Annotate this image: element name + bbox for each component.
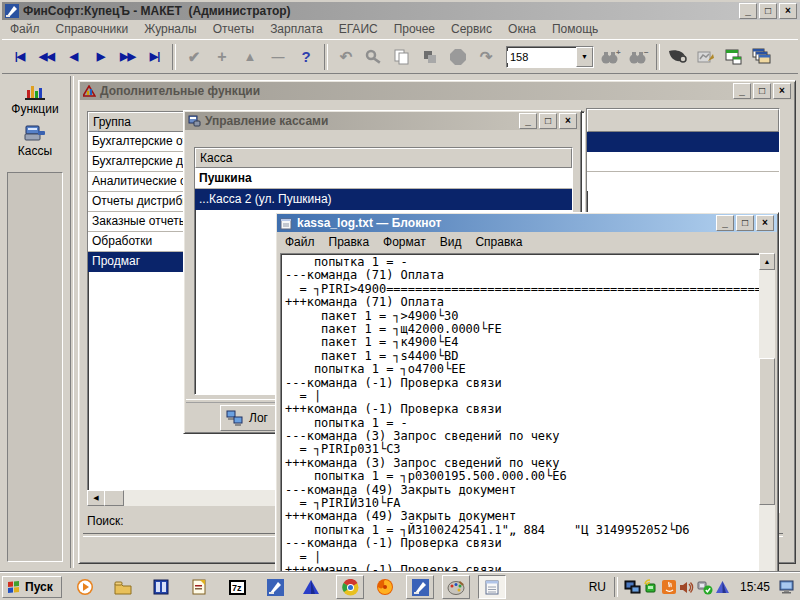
copy-button[interactable] <box>388 43 416 71</box>
functions-window-title-bar[interactable]: Дополнительные функции _ □ × <box>80 82 794 100</box>
menu-journals[interactable]: Журналы <box>136 20 204 38</box>
task-notepad-active[interactable] <box>478 575 506 599</box>
right-list-row[interactable] <box>587 152 779 172</box>
cascade-windows-button[interactable] <box>748 43 776 71</box>
sidebar-item-kassy[interactable]: Кассы <box>2 116 68 158</box>
edit-button[interactable]: ▲ <box>236 43 264 71</box>
report-button[interactable] <box>664 43 692 71</box>
show-desktop-icon[interactable] <box>778 578 796 596</box>
nav-first-button[interactable]: |◀ <box>6 43 33 71</box>
nav-last-button[interactable]: ▶| <box>141 43 168 71</box>
stop-button[interactable] <box>444 43 472 71</box>
close-button[interactable]: × <box>559 113 577 129</box>
minimize-button[interactable]: _ <box>739 3 757 19</box>
task-graphics-editor[interactable] <box>442 575 470 599</box>
quicklaunch-finsoft[interactable] <box>264 576 286 598</box>
notepad-vscrollbar[interactable]: ▲ <box>759 253 775 583</box>
nav-prev-page-button[interactable]: ◀◀ <box>33 43 60 71</box>
kassa-column-header[interactable]: Касса <box>195 148 572 168</box>
notepad-menu-format[interactable]: Формат <box>376 234 433 250</box>
key-button[interactable] <box>360 43 388 71</box>
menu-salary[interactable]: Зарплата <box>262 20 331 38</box>
restore-button[interactable]: □ <box>759 3 777 19</box>
system-tray: RU 15:45 <box>581 577 800 597</box>
kassa-row[interactable]: Пушкина <box>195 168 572 189</box>
record-number-value[interactable]: 158 <box>507 51 576 63</box>
quicklaunch-pyramid[interactable] <box>300 576 322 598</box>
quicklaunch-media-player[interactable] <box>74 576 96 598</box>
menu-other[interactable]: Прочее <box>386 20 443 38</box>
language-indicator[interactable]: RU <box>581 580 614 594</box>
new-window-button[interactable] <box>720 43 748 71</box>
tray-volume-icon[interactable] <box>678 578 696 596</box>
maximize-button[interactable]: □ <box>736 215 754 231</box>
quicklaunch-7zip[interactable]: 7z <box>226 576 248 598</box>
menu-directories[interactable]: Справочники <box>48 20 137 38</box>
vscroll-thumb[interactable] <box>759 358 775 505</box>
task-finsoft[interactable] <box>406 575 434 599</box>
kassa-row-selected[interactable]: ...Касса 2 (ул. Пушкина) <box>195 189 572 210</box>
notepad-menu-help[interactable]: Справка <box>468 234 529 250</box>
notepad-menu-edit[interactable]: Правка <box>322 234 377 250</box>
maximize-button[interactable]: □ <box>539 113 557 129</box>
tray-wireless-device-icon[interactable] <box>642 578 660 596</box>
sidebar-item-functions[interactable]: Функции <box>2 76 68 116</box>
hscroll-thumb[interactable] <box>104 490 124 506</box>
menu-windows[interactable]: Окна <box>500 20 544 38</box>
notepad-menu-view[interactable]: Вид <box>433 234 469 250</box>
scroll-left-button[interactable]: ◀ <box>87 490 105 506</box>
minimize-button[interactable]: _ <box>519 113 537 129</box>
close-button[interactable]: × <box>756 215 774 231</box>
right-list-row-selected[interactable] <box>587 132 779 152</box>
functions-window-icon <box>83 85 96 97</box>
chart-edit-button[interactable] <box>692 43 720 71</box>
quicklaunch-library[interactable] <box>150 576 172 598</box>
close-button[interactable]: × <box>779 3 797 19</box>
find-plus-button[interactable]: + <box>596 43 624 71</box>
start-button[interactable]: Пуск <box>2 576 62 598</box>
confirm-button[interactable]: ✔ <box>180 43 208 71</box>
nav-prev-button[interactable]: ◀ <box>60 43 87 71</box>
media-player-icon <box>76 578 94 596</box>
record-number-combobox[interactable]: 158 ▼ <box>506 46 594 68</box>
notepad-menu-file[interactable]: Файл <box>278 234 322 250</box>
combo-dropdown-button[interactable]: ▼ <box>576 47 593 67</box>
help-button[interactable]: ? <box>292 43 320 71</box>
finsoft-app-icon <box>267 579 284 596</box>
log-button[interactable]: Лог <box>220 405 282 431</box>
add-button[interactable]: + <box>208 43 236 71</box>
scroll-up-button[interactable]: ▲ <box>759 253 775 270</box>
menu-reports[interactable]: Отчеты <box>205 20 262 38</box>
task-chrome[interactable] <box>336 575 364 599</box>
clock[interactable]: 15:45 <box>732 580 778 594</box>
right-list-row[interactable] <box>587 172 779 191</box>
menu-egais[interactable]: ЕГАИС <box>331 20 386 38</box>
menu-service[interactable]: Сервис <box>443 20 500 38</box>
redo-button[interactable]: ↷ <box>472 43 500 71</box>
nav-next-page-button[interactable]: ▶▶ <box>114 43 141 71</box>
notepad-title-bar[interactable]: kassa_log.txt — Блокнот _ □ × <box>277 214 777 232</box>
close-button[interactable]: × <box>773 83 791 99</box>
network-icon <box>226 410 244 426</box>
minimize-button[interactable]: _ <box>733 83 751 99</box>
kassa-window-title-bar[interactable]: Управление кассами _ □ × <box>185 112 580 130</box>
right-list-header[interactable] <box>587 109 779 132</box>
delete-button[interactable]: — <box>264 43 292 71</box>
task-firefox[interactable] <box>374 576 396 598</box>
sidebar-item-kassy-label: Кассы <box>2 144 68 158</box>
quicklaunch-folder[interactable] <box>112 576 134 598</box>
minimize-button[interactable]: _ <box>716 215 734 231</box>
tray-pyramid-icon[interactable] <box>714 578 732 596</box>
menu-help[interactable]: Помощь <box>544 20 606 38</box>
nav-next-button[interactable]: ▶ <box>87 43 114 71</box>
undo-button[interactable]: ↶ <box>332 43 360 71</box>
tray-display-icon[interactable] <box>624 578 642 596</box>
quicklaunch-notes[interactable] <box>188 576 210 598</box>
notepad-text-area[interactable]: попытка 1 = - ---команда (71) Оплата = ┐… <box>280 253 764 587</box>
tray-usb-icon[interactable] <box>696 578 714 596</box>
stack-button[interactable] <box>416 43 444 71</box>
find-minus-button[interactable]: − <box>624 43 652 71</box>
menu-file[interactable]: Файл <box>2 20 48 38</box>
maximize-button[interactable]: □ <box>753 83 771 99</box>
tray-java-icon[interactable] <box>660 578 678 596</box>
